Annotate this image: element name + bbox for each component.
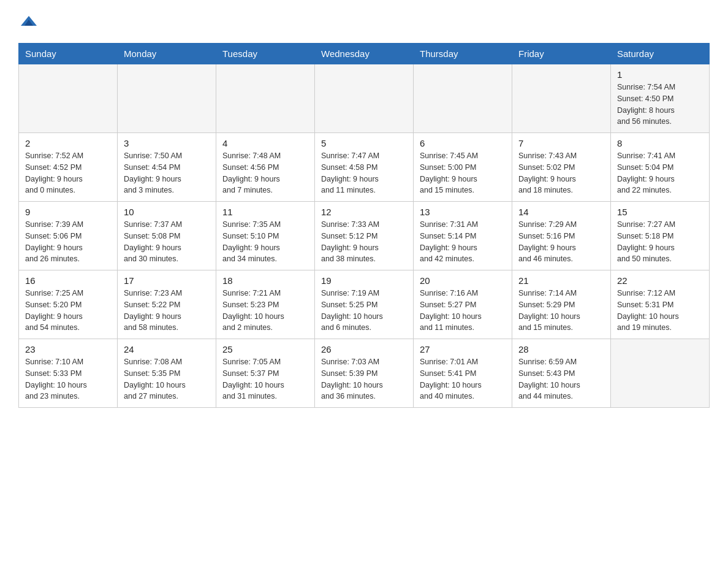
day-number: 28 — [518, 344, 604, 354]
calendar-cell: 22Sunrise: 7:12 AM Sunset: 5:31 PM Dayli… — [611, 270, 710, 339]
day-info: Sunrise: 7:50 AM Sunset: 4:54 PM Dayligh… — [124, 150, 210, 196]
calendar-cell: 6Sunrise: 7:45 AM Sunset: 5:00 PM Daylig… — [414, 133, 512, 202]
calendar-cell: 25Sunrise: 7:05 AM Sunset: 5:37 PM Dayli… — [216, 339, 315, 408]
day-number: 9 — [25, 207, 111, 217]
week-row-5: 23Sunrise: 7:10 AM Sunset: 5:33 PM Dayli… — [19, 339, 710, 408]
calendar-cell: 10Sunrise: 7:37 AM Sunset: 5:08 PM Dayli… — [118, 202, 216, 270]
day-info: Sunrise: 7:08 AM Sunset: 5:35 PM Dayligh… — [124, 356, 210, 402]
day-number: 1 — [617, 69, 703, 80]
weekday-header-row: SundayMondayTuesdayWednesdayThursdayFrid… — [19, 44, 710, 64]
day-number: 19 — [321, 275, 407, 286]
day-number: 24 — [124, 344, 210, 354]
day-info: Sunrise: 7:21 AM Sunset: 5:23 PM Dayligh… — [222, 288, 308, 334]
calendar-cell: 17Sunrise: 7:23 AM Sunset: 5:22 PM Dayli… — [118, 270, 216, 339]
day-info: Sunrise: 7:05 AM Sunset: 5:37 PM Dayligh… — [222, 356, 308, 402]
calendar-cell: 20Sunrise: 7:16 AM Sunset: 5:27 PM Dayli… — [414, 270, 512, 339]
week-row-1: 1Sunrise: 7:54 AM Sunset: 4:50 PM Daylig… — [19, 64, 710, 133]
page-header — [18, 12, 710, 31]
calendar-cell: 19Sunrise: 7:19 AM Sunset: 5:25 PM Dayli… — [315, 270, 414, 339]
calendar-cell: 8Sunrise: 7:41 AM Sunset: 5:04 PM Daylig… — [611, 133, 710, 202]
day-info: Sunrise: 7:10 AM Sunset: 5:33 PM Dayligh… — [25, 356, 111, 402]
calendar-cell: 24Sunrise: 7:08 AM Sunset: 5:35 PM Dayli… — [118, 339, 216, 408]
day-number: 27 — [420, 344, 506, 354]
day-number: 5 — [321, 138, 407, 148]
weekday-header-monday: Monday — [118, 44, 216, 64]
day-number: 26 — [321, 344, 407, 354]
weekday-header-wednesday: Wednesday — [315, 44, 414, 64]
day-info: Sunrise: 7:54 AM Sunset: 4:50 PM Dayligh… — [617, 82, 703, 128]
calendar-cell — [512, 64, 611, 133]
calendar-cell: 11Sunrise: 7:35 AM Sunset: 5:10 PM Dayli… — [216, 202, 315, 270]
day-number: 25 — [222, 344, 308, 354]
calendar-cell: 15Sunrise: 7:27 AM Sunset: 5:18 PM Dayli… — [611, 202, 710, 270]
calendar-cell: 1Sunrise: 7:54 AM Sunset: 4:50 PM Daylig… — [611, 64, 710, 133]
calendar-cell — [611, 339, 710, 408]
weekday-header-saturday: Saturday — [611, 44, 710, 64]
day-info: Sunrise: 7:41 AM Sunset: 5:04 PM Dayligh… — [617, 150, 703, 196]
day-number: 16 — [25, 275, 111, 286]
calendar-cell: 26Sunrise: 7:03 AM Sunset: 5:39 PM Dayli… — [315, 339, 414, 408]
logo — [18, 12, 38, 31]
calendar-cell — [315, 64, 414, 133]
day-number: 13 — [420, 207, 506, 217]
day-number: 17 — [124, 275, 210, 286]
week-row-3: 9Sunrise: 7:39 AM Sunset: 5:06 PM Daylig… — [19, 202, 710, 270]
day-info: Sunrise: 7:03 AM Sunset: 5:39 PM Dayligh… — [321, 356, 407, 402]
calendar-cell: 23Sunrise: 7:10 AM Sunset: 5:33 PM Dayli… — [19, 339, 118, 408]
day-info: Sunrise: 7:45 AM Sunset: 5:00 PM Dayligh… — [420, 150, 506, 196]
calendar-cell: 12Sunrise: 7:33 AM Sunset: 5:12 PM Dayli… — [315, 202, 414, 270]
day-info: Sunrise: 7:43 AM Sunset: 5:02 PM Dayligh… — [518, 150, 604, 196]
day-info: Sunrise: 6:59 AM Sunset: 5:43 PM Dayligh… — [518, 356, 604, 402]
day-number: 15 — [617, 207, 703, 217]
day-number: 23 — [25, 344, 111, 354]
day-info: Sunrise: 7:52 AM Sunset: 4:52 PM Dayligh… — [25, 150, 111, 196]
calendar-cell: 21Sunrise: 7:14 AM Sunset: 5:29 PM Dayli… — [512, 270, 611, 339]
day-info: Sunrise: 7:14 AM Sunset: 5:29 PM Dayligh… — [518, 288, 604, 334]
day-info: Sunrise: 7:27 AM Sunset: 5:18 PM Dayligh… — [617, 219, 703, 265]
calendar-cell: 27Sunrise: 7:01 AM Sunset: 5:41 PM Dayli… — [414, 339, 512, 408]
day-info: Sunrise: 7:37 AM Sunset: 5:08 PM Dayligh… — [124, 219, 210, 265]
day-info: Sunrise: 7:25 AM Sunset: 5:20 PM Dayligh… — [25, 288, 111, 334]
calendar-cell — [19, 64, 118, 133]
day-info: Sunrise: 7:47 AM Sunset: 4:58 PM Dayligh… — [321, 150, 407, 196]
calendar-cell: 13Sunrise: 7:31 AM Sunset: 5:14 PM Dayli… — [414, 202, 512, 270]
calendar-cell — [118, 64, 216, 133]
day-info: Sunrise: 7:19 AM Sunset: 5:25 PM Dayligh… — [321, 288, 407, 334]
weekday-header-tuesday: Tuesday — [216, 44, 315, 64]
day-info: Sunrise: 7:12 AM Sunset: 5:31 PM Dayligh… — [617, 288, 703, 334]
day-number: 6 — [420, 138, 506, 148]
day-number: 14 — [518, 207, 604, 217]
calendar-cell: 16Sunrise: 7:25 AM Sunset: 5:20 PM Dayli… — [19, 270, 118, 339]
calendar-cell — [414, 64, 512, 133]
day-info: Sunrise: 7:33 AM Sunset: 5:12 PM Dayligh… — [321, 219, 407, 265]
calendar-cell — [216, 64, 315, 133]
calendar: SundayMondayTuesdayWednesdayThursdayFrid… — [18, 43, 710, 408]
day-info: Sunrise: 7:48 AM Sunset: 4:56 PM Dayligh… — [222, 150, 308, 196]
day-number: 22 — [617, 275, 703, 286]
day-number: 2 — [25, 138, 111, 148]
day-number: 10 — [124, 207, 210, 217]
day-info: Sunrise: 7:31 AM Sunset: 5:14 PM Dayligh… — [420, 219, 506, 265]
week-row-4: 16Sunrise: 7:25 AM Sunset: 5:20 PM Dayli… — [19, 270, 710, 339]
weekday-header-friday: Friday — [512, 44, 611, 64]
day-number: 21 — [518, 275, 604, 286]
calendar-cell: 14Sunrise: 7:29 AM Sunset: 5:16 PM Dayli… — [512, 202, 611, 270]
calendar-cell: 4Sunrise: 7:48 AM Sunset: 4:56 PM Daylig… — [216, 133, 315, 202]
day-number: 8 — [617, 138, 703, 148]
day-number: 18 — [222, 275, 308, 286]
day-info: Sunrise: 7:23 AM Sunset: 5:22 PM Dayligh… — [124, 288, 210, 334]
day-info: Sunrise: 7:39 AM Sunset: 5:06 PM Dayligh… — [25, 219, 111, 265]
weekday-header-sunday: Sunday — [19, 44, 118, 64]
logo-icon — [20, 12, 38, 31]
calendar-cell: 18Sunrise: 7:21 AM Sunset: 5:23 PM Dayli… — [216, 270, 315, 339]
calendar-cell: 7Sunrise: 7:43 AM Sunset: 5:02 PM Daylig… — [512, 133, 611, 202]
day-number: 3 — [124, 138, 210, 148]
weekday-header-thursday: Thursday — [414, 44, 512, 64]
calendar-cell: 28Sunrise: 6:59 AM Sunset: 5:43 PM Dayli… — [512, 339, 611, 408]
day-info: Sunrise: 7:35 AM Sunset: 5:10 PM Dayligh… — [222, 219, 308, 265]
calendar-cell: 9Sunrise: 7:39 AM Sunset: 5:06 PM Daylig… — [19, 202, 118, 270]
day-number: 12 — [321, 207, 407, 217]
week-row-2: 2Sunrise: 7:52 AM Sunset: 4:52 PM Daylig… — [19, 133, 710, 202]
calendar-cell: 3Sunrise: 7:50 AM Sunset: 4:54 PM Daylig… — [118, 133, 216, 202]
day-number: 7 — [518, 138, 604, 148]
